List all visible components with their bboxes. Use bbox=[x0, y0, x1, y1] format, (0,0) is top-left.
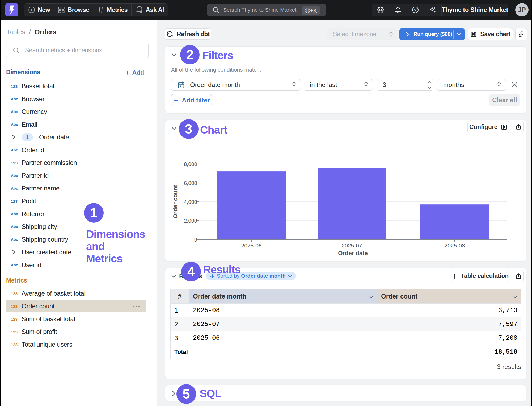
svg-text:Order count: Order count bbox=[172, 185, 179, 218]
svg-text:8,000: 8,000 bbox=[184, 161, 197, 167]
svg-text:2025-08: 2025-08 bbox=[444, 242, 465, 248]
svg-text:6,000: 6,000 bbox=[184, 180, 197, 186]
svg-text:0: 0 bbox=[194, 237, 197, 243]
svg-text:2025-06: 2025-06 bbox=[241, 242, 261, 248]
svg-text:2025-07: 2025-07 bbox=[341, 242, 362, 248]
svg-text:4,000: 4,000 bbox=[184, 199, 197, 205]
svg-text:2,000: 2,000 bbox=[184, 218, 197, 224]
svg-text:Order date: Order date bbox=[338, 250, 368, 256]
